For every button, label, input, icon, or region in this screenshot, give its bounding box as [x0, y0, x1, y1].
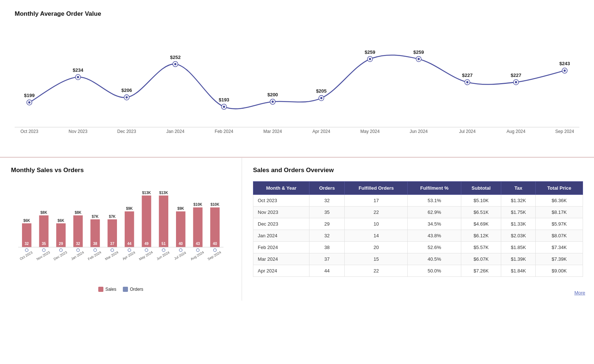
svg-text:Oct 2023: Oct 2023 — [21, 129, 38, 134]
table-cell-4: $5.57K — [461, 242, 501, 253]
svg-point-62 — [59, 249, 62, 252]
table-row: Jan 2024321443.8%$6.12K$2.03K$8.07K — [253, 230, 583, 242]
svg-text:Jun 2024: Jun 2024 — [156, 250, 170, 261]
orders-legend-item: Orders — [123, 287, 143, 292]
svg-point-2 — [28, 101, 30, 104]
svg-text:$9K: $9K — [126, 207, 133, 211]
table-cell-2: 15 — [345, 253, 408, 265]
svg-text:May 2024: May 2024 — [360, 129, 380, 134]
svg-text:$8K: $8K — [75, 211, 82, 215]
svg-point-107 — [213, 249, 216, 252]
table-row: Apr 2024442250.0%$7.26K$1.84K$9.00K — [253, 265, 583, 277]
svg-text:$10K: $10K — [194, 203, 203, 207]
svg-point-26 — [320, 97, 322, 99]
table-cell-0: Nov 2023 — [253, 207, 309, 218]
col-total: Total Price — [536, 182, 583, 195]
svg-text:Nov 2023: Nov 2023 — [69, 129, 87, 134]
svg-text:$234: $234 — [73, 67, 84, 73]
table-cell-3: 52.6% — [408, 242, 461, 253]
table-cell-3: 50.0% — [408, 265, 461, 277]
svg-text:Dec 2023: Dec 2023 — [53, 250, 68, 261]
table-cell-2: 17 — [345, 195, 408, 207]
svg-point-42 — [515, 81, 517, 83]
svg-text:32: 32 — [76, 242, 80, 246]
table-cell-5: $1.39K — [501, 253, 536, 265]
svg-rect-89 — [159, 196, 168, 247]
svg-text:Sep 2024: Sep 2024 — [207, 250, 222, 261]
svg-text:40: 40 — [213, 242, 217, 246]
table-cell-6: $8.07K — [536, 230, 583, 242]
svg-text:32: 32 — [25, 242, 29, 246]
table-cell-5: $1.32K — [501, 195, 536, 207]
table-cell-3: 40.5% — [408, 253, 461, 265]
col-month: Month & Year — [253, 182, 309, 195]
table-cell-6: $5.97K — [536, 218, 583, 230]
svg-text:38: 38 — [93, 242, 98, 246]
table-cell-2: 20 — [345, 242, 408, 253]
svg-text:$193: $193 — [219, 97, 229, 103]
table-cell-5: $1.33K — [501, 218, 536, 230]
svg-point-57 — [43, 249, 45, 252]
table-cell-0: Oct 2023 — [253, 195, 309, 207]
table-cell-6: $7.34K — [536, 242, 583, 253]
table-cell-1: 32 — [309, 195, 345, 207]
table-cell-6: $9.00K — [536, 265, 583, 277]
table-cell-0: Dec 2023 — [253, 218, 309, 230]
svg-text:$7K: $7K — [92, 215, 99, 219]
col-subtotal: Subtotal — [461, 182, 501, 195]
svg-text:51: 51 — [162, 242, 166, 246]
table-cell-2: 22 — [345, 265, 408, 277]
table-cell-5: $1.84K — [501, 265, 536, 277]
table-row: Nov 2023352262.9%$6.51K$1.75K$8.17K — [253, 207, 583, 218]
svg-text:43: 43 — [196, 242, 200, 246]
svg-text:$227: $227 — [462, 73, 473, 78]
svg-rect-104 — [210, 207, 220, 247]
svg-text:$259: $259 — [365, 49, 375, 55]
sales-legend-label: Sales — [105, 287, 116, 292]
svg-text:Jul 2024: Jul 2024 — [459, 129, 476, 134]
table-cell-2: 14 — [345, 230, 408, 242]
table-cell-1: 38 — [309, 242, 345, 253]
more-link[interactable]: More — [574, 290, 585, 296]
col-orders: Orders — [309, 182, 345, 195]
svg-text:$199: $199 — [24, 93, 35, 98]
svg-text:44: 44 — [127, 242, 132, 246]
table-cell-4: $4.69K — [461, 218, 501, 230]
table-cell-0: Apr 2024 — [253, 265, 309, 277]
svg-point-97 — [179, 249, 182, 252]
svg-point-77 — [111, 249, 114, 252]
svg-text:$10K: $10K — [210, 203, 220, 207]
bar-chart-title: Monthly Sales vs Orders — [11, 167, 231, 174]
table-cell-2: 22 — [345, 207, 408, 218]
table-cell-4: $6.07K — [461, 253, 501, 265]
svg-text:$7K: $7K — [109, 215, 116, 219]
svg-text:Sep 2024: Sep 2024 — [555, 129, 574, 134]
svg-text:40: 40 — [179, 242, 183, 246]
svg-point-102 — [197, 249, 199, 252]
table-cell-6: $8.17K — [536, 207, 583, 218]
bar-chart-container: $6K32Oct 2023$8K35Nov 2023$6K29Dec 2023$… — [11, 181, 231, 284]
table-cell-3: 43.8% — [408, 230, 461, 242]
svg-text:$13K: $13K — [142, 191, 151, 195]
svg-text:$205: $205 — [316, 88, 327, 94]
svg-point-30 — [369, 58, 371, 60]
col-pct: Fulfilment % — [408, 182, 461, 195]
svg-text:Feb 2024: Feb 2024 — [87, 250, 102, 261]
svg-text:Feb 2024: Feb 2024 — [215, 129, 234, 134]
bar-chart-legend: Sales Orders — [11, 287, 231, 292]
table-cell-4: $7.26K — [461, 265, 501, 277]
line-chart-container: $199Oct 2023$234Nov 2023$206Dec 2023$252… — [15, 25, 579, 149]
table-cell-3: 62.9% — [408, 207, 461, 218]
table-cell-6: $6.36K — [536, 195, 583, 207]
col-tax: Tax — [501, 182, 536, 195]
svg-text:$200: $200 — [267, 92, 278, 97]
svg-text:Aug 2024: Aug 2024 — [190, 250, 205, 261]
svg-text:Oct 2023: Oct 2023 — [19, 250, 33, 261]
svg-point-34 — [418, 58, 420, 60]
table-cell-6: $7.39K — [536, 253, 583, 265]
svg-text:Jan 2024: Jan 2024 — [166, 129, 185, 134]
svg-rect-99 — [193, 207, 203, 247]
table-cell-3: 34.5% — [408, 218, 461, 230]
overview-table: Month & Year Orders Fulfilled Orders Ful… — [253, 181, 583, 277]
svg-text:Dec 2023: Dec 2023 — [117, 129, 136, 134]
